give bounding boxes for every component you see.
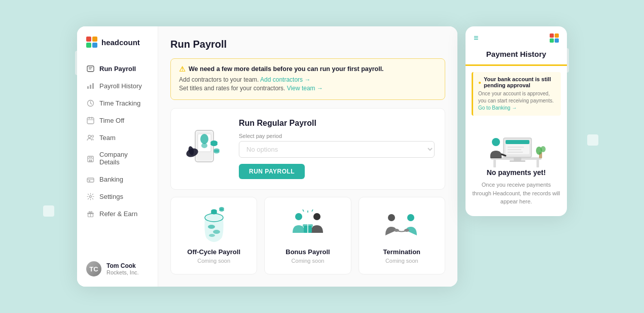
nav-label-time-off: Time Off [99,117,124,124]
main-content: Run Payroll ⚠ We need a few more details… [158,26,457,287]
svg-line-59 [303,210,304,212]
termination-sub: Coming soon [385,258,418,264]
payroll-form: Run Regular Payroll Select pay period No… [239,119,435,179]
svg-rect-0 [86,37,91,42]
svg-point-63 [404,229,409,232]
panel-illustration-container [466,123,567,168]
panel-title: Payment History [466,50,567,66]
svg-rect-9 [92,83,94,89]
nav-label-settings: Settings [99,193,123,200]
termination-title: Termination [383,248,420,256]
warning-icon: ⚠ [179,65,186,73]
bonus-illustration [288,207,328,243]
building-icon [86,154,94,162]
app-window: headcount Run Payroll [77,26,457,287]
user-profile[interactable]: TC Tom Cook Rockets, Inc. [77,253,158,276]
warning-banner: ⚠ We need a few more details before you … [170,58,445,100]
svg-rect-2 [86,43,91,48]
svg-rect-24 [91,157,92,158]
regular-payroll-card: Run Regular Payroll Select pay period No… [170,108,445,190]
svg-point-60 [388,214,395,221]
logo: headcount [77,37,158,60]
user-name: Tom Cook [106,262,149,269]
sidebar-item-payroll-history[interactable]: Payroll History [77,77,158,94]
nav-label-team: Team [99,134,116,142]
pending-banner: ● Your bank account is still pending app… [472,72,561,116]
svg-point-28 [89,195,91,197]
pay-period-select[interactable]: No options [239,141,435,158]
gift-icon [86,210,94,218]
svg-point-61 [407,214,414,221]
add-contractors-link[interactable]: Add contractors → [260,76,310,83]
svg-rect-65 [555,33,559,38]
termination-illustration [381,207,422,243]
no-payments-title: No payments yet! [466,168,567,177]
nav-label-banking: Banking [99,176,123,183]
svg-line-12 [90,103,92,104]
svg-rect-21 [89,159,90,162]
svg-point-40 [210,141,218,145]
warning-title: ⚠ We need a few more details before you … [179,65,437,73]
svg-rect-27 [89,180,90,181]
nav-label-run-payroll: Run Payroll [99,65,136,73]
sidebar-item-banking[interactable]: Banking [77,170,158,188]
bonus-sub: Coming soon [292,258,325,264]
select-label: Select pay period [239,133,435,139]
svg-rect-73 [514,157,521,160]
no-payments-text: Once you receive payments through Headco… [466,181,567,206]
avatar: TC [86,261,101,276]
no-payments-illustration [483,123,549,168]
sidebar-item-settings[interactable]: Settings [77,188,158,205]
sidebar-item-time-off[interactable]: Time Off [77,112,158,129]
svg-rect-74 [510,160,525,162]
panel-logo [550,33,559,43]
pending-title: ● Your bank account is still pending app… [478,76,556,88]
svg-point-47 [209,234,215,237]
svg-rect-3 [92,43,97,48]
svg-point-36 [201,143,207,148]
sidebar-item-refer-earn[interactable]: Refer & Earn [77,205,158,222]
menu-icon[interactable]: ≡ [474,33,479,43]
svg-rect-70 [536,160,539,167]
logo-icon [86,37,97,48]
off-cycle-title: Off-Cycle Payroll [187,248,240,256]
bonus-payroll-card: Bonus Payroll Coming soon [264,197,351,274]
view-team-link[interactable]: View team → [287,85,323,92]
sidebar-item-team[interactable]: Team [77,129,158,146]
svg-rect-8 [90,85,91,89]
payroll-card-title: Run Regular Payroll [239,119,435,128]
svg-point-35 [200,134,208,144]
svg-point-18 [91,135,93,137]
go-to-banking-link[interactable]: Go to Banking → [478,105,517,111]
sidebar-item-run-payroll[interactable]: Run Payroll [77,60,158,77]
warning-item-1: Set titles and rates for your contractor… [179,85,437,92]
sidebar-item-time-tracking[interactable]: Time Tracking [77,94,158,112]
svg-rect-7 [87,86,89,89]
run-payroll-button[interactable]: RUN PAYROLL [239,164,305,179]
nav-label-time-tracking: Time Tracking [99,99,140,107]
svg-rect-64 [550,33,554,38]
nav-label-payroll-history: Payroll History [99,82,142,90]
panel-header: ≡ [466,26,567,50]
bank-icon [86,175,94,183]
page-title: Run Payroll [170,39,445,50]
svg-line-58 [312,210,313,212]
svg-rect-1 [92,37,97,42]
svg-rect-67 [555,39,559,43]
termination-card: Termination Coming soon [359,197,445,274]
off-cycle-illustration [194,207,234,243]
logo-text: headcount [101,38,140,47]
payroll-icon [86,64,94,73]
nav-label-company-details: Company Details [99,151,149,166]
sidebar: headcount Run Payroll [77,26,158,287]
warning-item-0: Add contractors to your team. Add contra… [179,76,437,83]
sidebar-item-company-details[interactable]: Company Details [77,146,158,170]
payment-panel: ≡ Payment History ● Your bank account is… [466,26,567,216]
svg-point-49 [211,210,217,213]
off-cycle-sub: Coming soon [197,258,230,264]
svg-rect-75 [506,140,529,144]
calendar-icon [86,116,94,124]
svg-point-51 [219,207,224,210]
svg-rect-22 [91,159,92,162]
svg-rect-19 [88,156,93,162]
